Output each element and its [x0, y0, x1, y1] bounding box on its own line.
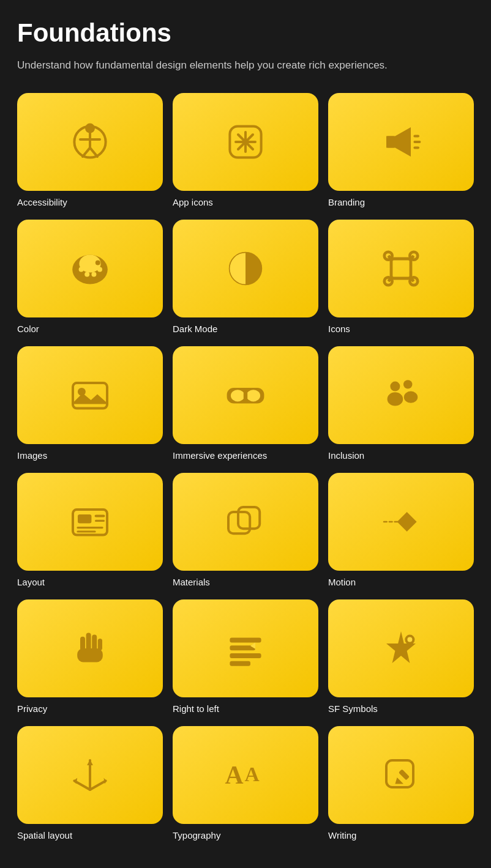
- svg-rect-56: [98, 639, 102, 650]
- card-inclusion[interactable]: Inclusion: [328, 346, 474, 461]
- foundations-grid: Accessibility App icons B: [17, 93, 474, 840]
- svg-point-20: [91, 272, 96, 276]
- card-image-color: [17, 220, 163, 317]
- card-image-typography: A A: [173, 726, 318, 824]
- card-label-sf-symbols: SF Symbols: [328, 703, 474, 714]
- svg-rect-33: [73, 383, 107, 409]
- svg-rect-24: [391, 259, 411, 278]
- card-label-materials: Materials: [173, 577, 318, 587]
- svg-rect-60: [230, 653, 261, 658]
- card-label-images: Images: [17, 450, 163, 461]
- card-label-branding: Branding: [328, 197, 474, 207]
- card-app-icons[interactable]: App icons: [173, 93, 318, 207]
- card-dark-mode[interactable]: Dark Mode: [173, 220, 318, 334]
- svg-point-39: [390, 381, 400, 391]
- svg-point-42: [404, 391, 418, 402]
- card-label-writing: Writing: [328, 830, 474, 840]
- card-label-privacy: Privacy: [17, 703, 163, 714]
- svg-marker-68: [87, 759, 93, 765]
- svg-point-21: [97, 267, 102, 272]
- card-branding[interactable]: Branding: [328, 93, 474, 207]
- card-sf-symbols[interactable]: SF Symbols: [328, 599, 474, 714]
- svg-line-5: [90, 147, 97, 156]
- card-image-privacy: [17, 599, 163, 697]
- svg-line-30: [411, 256, 414, 259]
- svg-point-22: [96, 260, 100, 265]
- card-image-layout: [17, 473, 163, 571]
- card-image-sf-symbols: [328, 599, 474, 697]
- svg-rect-61: [230, 661, 250, 666]
- page-subtitle: Understand how fundamental design elemen…: [17, 57, 470, 73]
- card-materials[interactable]: Materials: [173, 473, 318, 587]
- svg-point-40: [388, 392, 403, 406]
- card-privacy[interactable]: Privacy: [17, 599, 163, 714]
- page-title: Foundations: [17, 18, 474, 48]
- card-immersive-experiences[interactable]: Immersive experiences: [173, 346, 318, 461]
- svg-point-19: [84, 272, 89, 276]
- svg-rect-53: [86, 632, 91, 650]
- svg-rect-12: [386, 136, 395, 147]
- svg-line-67: [90, 781, 106, 789]
- card-label-typography: Typography: [173, 830, 318, 840]
- svg-marker-75: [395, 777, 403, 784]
- svg-point-37: [247, 390, 260, 401]
- card-label-app-icons: App icons: [173, 197, 318, 207]
- card-label-motion: Motion: [328, 577, 474, 587]
- card-label-accessibility: Accessibility: [17, 197, 163, 207]
- svg-point-18: [79, 267, 84, 272]
- card-image-spatial-layout: [17, 726, 163, 824]
- svg-rect-57: [77, 648, 103, 662]
- card-image-images: [17, 346, 163, 444]
- card-label-inclusion: Inclusion: [328, 450, 474, 461]
- svg-line-66: [74, 781, 90, 789]
- card-accessibility[interactable]: Accessibility: [17, 93, 163, 207]
- card-motion[interactable]: Motion: [328, 473, 474, 587]
- svg-line-32: [411, 278, 414, 281]
- card-label-icons: Icons: [328, 324, 474, 334]
- svg-rect-38: [244, 392, 247, 399]
- card-image-writing: [328, 726, 474, 824]
- svg-text:A: A: [244, 762, 260, 785]
- svg-rect-55: [92, 634, 97, 650]
- svg-point-41: [403, 380, 412, 388]
- svg-rect-74: [399, 769, 410, 780]
- svg-point-36: [231, 390, 244, 401]
- svg-rect-58: [230, 637, 261, 642]
- card-right-to-left[interactable]: Right to left: [173, 599, 318, 714]
- card-icons[interactable]: Icons: [328, 220, 474, 334]
- svg-line-29: [388, 256, 391, 259]
- card-image-accessibility: [17, 93, 163, 191]
- card-image-inclusion: [328, 346, 474, 444]
- card-label-dark-mode: Dark Mode: [173, 324, 318, 334]
- svg-rect-44: [78, 514, 91, 523]
- svg-point-0: [85, 123, 95, 133]
- card-image-right-to-left: [173, 599, 318, 697]
- card-image-app-icons: [173, 93, 318, 191]
- card-image-icons: [328, 220, 474, 317]
- card-typography[interactable]: A A Typography: [173, 726, 318, 840]
- card-image-branding: [328, 93, 474, 191]
- card-color[interactable]: Color: [17, 220, 163, 334]
- card-image-materials: [173, 473, 318, 571]
- card-label-layout: Layout: [17, 577, 163, 587]
- card-image-motion: [328, 473, 474, 571]
- card-spatial-layout[interactable]: Spatial layout: [17, 726, 163, 840]
- card-image-immersive-experiences: [173, 346, 318, 444]
- card-layout[interactable]: Layout: [17, 473, 163, 587]
- svg-text:A: A: [225, 761, 243, 789]
- card-image-dark-mode: [173, 220, 318, 317]
- svg-marker-52: [397, 512, 417, 532]
- svg-point-64: [407, 637, 412, 642]
- card-images[interactable]: Images: [17, 346, 163, 461]
- card-writing[interactable]: Writing: [328, 726, 474, 840]
- card-label-immersive-experiences: Immersive experiences: [173, 450, 318, 461]
- card-label-color: Color: [17, 324, 163, 334]
- svg-line-31: [388, 278, 391, 281]
- svg-line-4: [83, 147, 90, 156]
- card-label-spatial-layout: Spatial layout: [17, 830, 163, 840]
- card-label-right-to-left: Right to left: [173, 703, 318, 714]
